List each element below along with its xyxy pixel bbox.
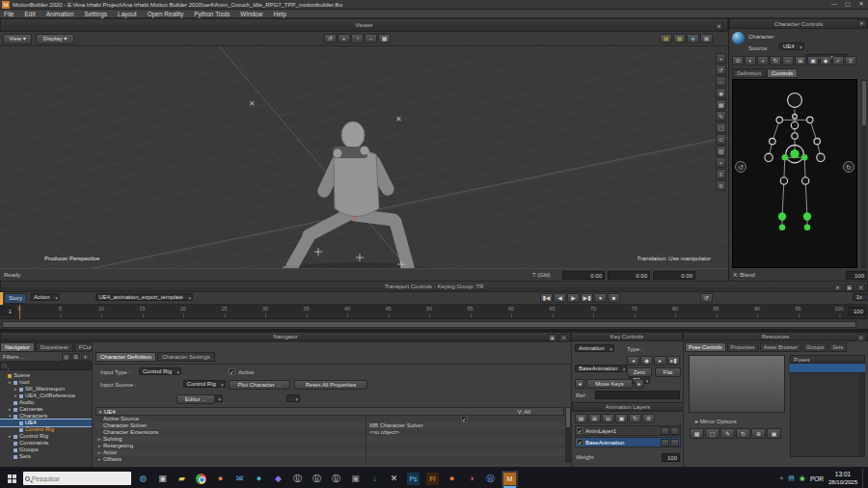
viewport-side-tool-2[interactable]: ↺	[716, 65, 726, 75]
scale-tool-icon[interactable]: ↔	[365, 34, 377, 43]
blend-value[interactable]: 100	[846, 271, 867, 280]
tab-navigator[interactable]: Navigator	[0, 342, 35, 352]
skeleton-view[interactable]: ↺ ↻	[732, 79, 857, 268]
panel-scrollbar[interactable]	[861, 79, 867, 268]
grid-display-icon[interactable]: ▦	[673, 34, 686, 43]
input-type-select[interactable]: Control Rig	[139, 367, 181, 375]
rotate-left-icon[interactable]: ↺	[735, 161, 746, 173]
rotate-right-icon[interactable]: ↻	[843, 161, 854, 173]
character-tool-3[interactable]: +	[757, 56, 769, 66]
go-to-start-button[interactable]: ▮◀	[540, 293, 553, 303]
character-tool-8[interactable]: ◆	[820, 56, 831, 66]
loop-button[interactable]: ↺	[700, 293, 713, 303]
viewport-side-tool-10[interactable]: ⌖	[716, 157, 726, 168]
taskbar-app-icon-14[interactable]: ✕	[386, 471, 402, 487]
character-tool-9[interactable]: ✓	[832, 56, 844, 66]
taskbar-app-icon-18[interactable]: ◑	[463, 471, 479, 487]
tree-item-control-rig[interactable]: ▸Control Rig	[0, 433, 92, 440]
tree-item-scene[interactable]: Scene	[0, 372, 92, 379]
tree-item-cameras[interactable]: ▸Cameras	[0, 406, 92, 413]
taskbar-search[interactable]	[23, 472, 131, 485]
layer-tool-4[interactable]: ▣	[615, 414, 628, 423]
pose-tool-6[interactable]: ▣	[767, 428, 781, 439]
translate-tool-icon[interactable]: +	[338, 34, 350, 43]
snap-tool-icon[interactable]: ▦	[378, 34, 391, 43]
maximize-button[interactable]: ▢	[841, 0, 854, 9]
viewport-side-tool-1[interactable]: +	[716, 53, 726, 64]
tree-item-constraints[interactable]: Constraints	[0, 440, 92, 447]
minimize-button[interactable]: —	[827, 0, 841, 9]
tab-pose-controls[interactable]: Pose Controls	[685, 342, 726, 352]
taskbar-app-icon-13[interactable]: ↓	[366, 471, 383, 487]
taskbar-app-icon-8[interactable]: ◆	[270, 471, 286, 487]
tree-item-ue4[interactable]: UE4	[0, 420, 92, 426]
viewport-side-tool-11[interactable]: ≡	[716, 169, 726, 179]
character-tool-10[interactable]: ≡	[845, 56, 856, 66]
tray-network-icon[interactable]: ▤	[788, 474, 795, 482]
display-button[interactable]: Display ▾	[36, 34, 74, 44]
layer-tool-2[interactable]: ⊞	[588, 414, 601, 423]
pose-tool-1[interactable]: ▦	[690, 428, 704, 439]
character-tool-7[interactable]: ▣	[807, 56, 819, 66]
pose-selected-row[interactable]	[790, 364, 865, 372]
shading-mode-icon[interactable]: ▤	[660, 34, 672, 43]
transport-close-icon[interactable]: ✕	[856, 284, 865, 291]
active-source-checkbox[interactable]: ✓	[461, 416, 468, 422]
task-view-icon[interactable]: ▣	[154, 471, 171, 487]
taskbar-app-icon-12[interactable]: ▣	[347, 471, 364, 487]
poses-scrollbar[interactable]	[859, 373, 864, 456]
menu-python-tools[interactable]: Python Tools	[194, 10, 230, 17]
filter-extra-select[interactable]	[286, 394, 300, 402]
weight-value[interactable]: 100	[662, 453, 680, 462]
go-to-end-button[interactable]: ▶▮	[581, 293, 593, 303]
tab-properties[interactable]: Properties	[727, 342, 759, 352]
viewport-side-tool-9[interactable]: ▥	[716, 146, 726, 156]
layer-mute-checkbox[interactable]: ✓	[577, 427, 583, 434]
filter-add-icon[interactable]: ⊞	[71, 353, 80, 361]
layer-select[interactable]: BaseAnimation	[575, 365, 627, 372]
filters-row[interactable]: Filters ... ▥ ⊞ ▾	[0, 352, 92, 362]
tray-clock[interactable]: 13:01 28/10/2025	[828, 470, 857, 486]
pose-thumbnail[interactable]	[689, 355, 785, 413]
panel-menu-icon[interactable]: ▾	[857, 19, 866, 27]
viewport-side-tool-4[interactable]: ◉	[716, 88, 726, 98]
character-controls-header[interactable]: Character Controls ▾	[729, 18, 868, 29]
viewport-side-tool-5[interactable]: ▦	[716, 99, 726, 110]
navigator-close-icon[interactable]: ✕	[559, 334, 568, 341]
photoshop-icon[interactable]: Ps	[405, 471, 421, 487]
layer-tool-6[interactable]: ⊛	[642, 414, 655, 423]
transform-field-1[interactable]: 0.00	[562, 271, 605, 280]
take-select[interactable]: UE4_animation_export_template	[95, 293, 193, 301]
character-tool-1[interactable]: ⊙	[732, 56, 744, 66]
next-key-button[interactable]: ▸	[654, 356, 666, 366]
gizmo-display-icon[interactable]: ◈	[687, 34, 699, 43]
expand-icon[interactable]: ▾	[96, 409, 104, 415]
menu-edit[interactable]: Edit	[24, 10, 35, 17]
property-row-character-extensions[interactable]: Character Extensions<no object>	[95, 429, 564, 436]
viewport-canvas[interactable]: ✕✕ +↺↔◉▦✎▢⊙▥⌖≡≋ Producer Perspective Tra…	[0, 46, 728, 268]
speed-select[interactable]: 1x	[853, 293, 868, 301]
layer-tool-3[interactable]: ⊟	[602, 414, 614, 423]
property-row-active-source[interactable]: Active Source✓	[95, 416, 564, 422]
taskbar-app-icon-10[interactable]: Ⓤ	[309, 471, 325, 487]
taskbar-search-input[interactable]	[32, 475, 119, 482]
property-row-retargeting[interactable]: ▸Retargeting	[95, 443, 564, 449]
taskbar-app-icon-11[interactable]: Ⓤ	[328, 471, 344, 487]
orbit-tool-icon[interactable]: ↺	[324, 34, 337, 43]
menu-file[interactable]: File	[4, 10, 14, 17]
current-frame-field[interactable]: 1	[1, 307, 14, 315]
tab-character-definition[interactable]: Character Definition	[95, 352, 156, 362]
filter-menu-icon[interactable]: ▾	[81, 353, 90, 361]
move-keys-button[interactable]: Move Keys	[586, 379, 633, 389]
layer-baseanimation[interactable]: ✓BaseAnimation	[575, 437, 681, 447]
timeline-ruler[interactable]: 1 100 0510152025303540455055606570758085…	[0, 305, 868, 319]
record-button[interactable]: ●	[594, 293, 607, 303]
rotate-tool-icon[interactable]: ◔	[351, 34, 364, 43]
mail-icon[interactable]: ✉	[231, 471, 248, 487]
previous-key-button[interactable]: ◂	[627, 356, 639, 366]
close-button[interactable]: ✕	[854, 0, 868, 9]
character-tool-6[interactable]: ⊞	[795, 56, 806, 66]
tree-item-characters[interactable]: ▾Characters	[0, 413, 92, 420]
tab-asset-browser[interactable]: Asset Browser	[760, 342, 801, 352]
layer-tool-1[interactable]: ▤	[575, 414, 587, 423]
